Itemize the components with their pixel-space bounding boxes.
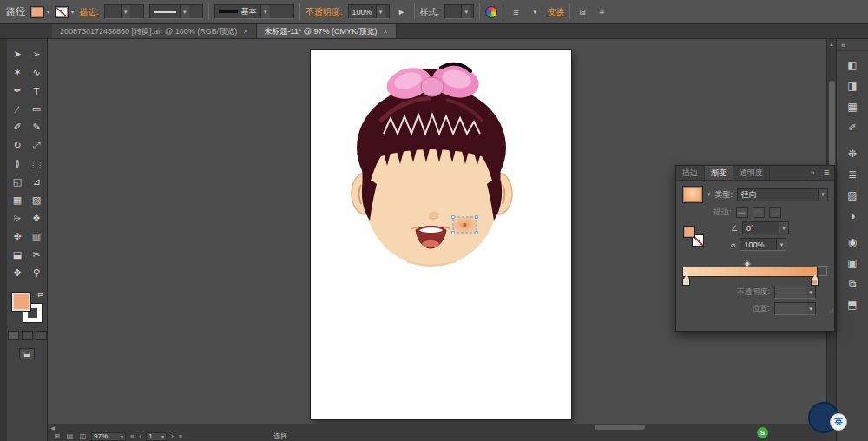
gradient-stop-start[interactable]	[682, 278, 690, 286]
status-icon-2[interactable]: ▤	[65, 432, 75, 440]
expand-panels-button[interactable]: «	[837, 39, 868, 51]
draw-behind-button[interactable]	[22, 331, 33, 340]
panel-resize-grip[interactable]	[829, 307, 833, 314]
opacity-combo[interactable]: 100%	[348, 4, 390, 19]
scroll-left-icon[interactable]: ◀	[48, 424, 57, 431]
magic-wand-tool[interactable]: ✶	[8, 63, 27, 82]
style-combo[interactable]	[444, 4, 474, 19]
tab-gradient[interactable]: 渐变	[705, 166, 733, 180]
tab-stroke[interactable]: 描边	[676, 166, 705, 180]
close-tab-icon[interactable]: ×	[243, 27, 247, 36]
status-icon-3[interactable]: ◫	[78, 432, 88, 440]
column-graph-tool[interactable]: ▥	[27, 227, 46, 246]
brush-definition-combo[interactable]: 基本	[214, 4, 294, 19]
type-tool[interactable]: T	[27, 82, 46, 100]
gradient-stop-end[interactable]	[811, 278, 819, 286]
gradient-angle-combo[interactable]: 0°	[742, 221, 789, 234]
selected-gradient-object[interactable]	[452, 216, 478, 234]
sogou-ime-badge[interactable]: S	[757, 427, 768, 438]
hand-tool[interactable]: ✥	[8, 264, 27, 282]
artboard-number-field[interactable]: 1	[146, 432, 167, 441]
ime-language-badge[interactable]: 英	[830, 413, 847, 431]
horizontal-scrollbar[interactable]: ◀ ▶	[48, 424, 826, 431]
document-tab-1[interactable]: 2008730172458860 [转换].ai* @ 100% (RGB/预览…	[52, 24, 257, 38]
width-tool[interactable]: ≬	[8, 155, 27, 173]
opacity-launcher-icon[interactable]: ▸	[395, 4, 409, 20]
fill-proxy-swatch[interactable]	[12, 293, 30, 311]
scale-tool[interactable]: ⤢	[27, 136, 46, 155]
align-icon[interactable]: ≡	[509, 4, 523, 20]
gradient-tool[interactable]: ▨	[27, 191, 46, 209]
document-tab-2[interactable]: 未标题-11* @ 97% (CMYK/预览) ×	[257, 24, 397, 38]
horizontal-scroll-thumb[interactable]	[595, 425, 645, 430]
gradient-swatch-caret-icon[interactable]: ▾	[707, 191, 711, 198]
rotate-tool[interactable]: ↻	[8, 136, 27, 155]
gradient-fill-stroke-proxy[interactable]	[683, 226, 704, 247]
gradient-across-stroke-button[interactable]: ◡	[769, 207, 781, 218]
graphic-styles-panel-icon[interactable]: ▣	[841, 253, 864, 273]
pen-tool[interactable]: ✒	[8, 82, 27, 100]
arrange-icon[interactable]: ⌗	[595, 4, 608, 20]
width-profile-combo[interactable]	[149, 4, 203, 19]
close-tab-icon[interactable]: ×	[384, 27, 388, 36]
gradient-ramp-bar[interactable]	[682, 267, 818, 277]
line-segment-tool[interactable]: ∕	[8, 100, 27, 118]
previous-artboard-button[interactable]: ‹	[138, 432, 142, 440]
fill-dropdown-caret-icon[interactable]: ▾	[47, 9, 49, 15]
status-icon-1[interactable]: ⊞	[52, 432, 62, 440]
delete-stop-icon[interactable]	[819, 268, 827, 276]
lasso-tool[interactable]: ∿	[27, 63, 46, 82]
next-artboard-button[interactable]: ›	[170, 432, 174, 440]
gradient-panel-header[interactable]: 描边 渐变 透明度 » ≣	[676, 166, 834, 181]
artboard[interactable]	[311, 50, 571, 419]
fill-color-swatch[interactable]	[30, 6, 44, 18]
recolor-artwork-icon[interactable]	[485, 6, 497, 18]
stroke-weight-combo[interactable]	[104, 4, 144, 19]
rectangle-tool[interactable]: ▭	[27, 100, 46, 118]
last-artboard-button[interactable]: »	[178, 432, 183, 440]
tab-transparency[interactable]: 透明度	[733, 166, 770, 180]
free-transform-tool[interactable]: ⬚	[27, 155, 46, 173]
pencil-tool[interactable]: ✎	[27, 118, 46, 136]
artboard-tool[interactable]: ⬓	[8, 246, 27, 264]
paintbrush-tool[interactable]: ✐	[8, 118, 27, 136]
symbol-sprayer-tool[interactable]: ❉	[8, 227, 27, 246]
blend-tool[interactable]: ❖	[27, 209, 46, 227]
isolate-mode-icon[interactable]: ⧈	[575, 4, 589, 20]
layers-panel-icon[interactable]: ⧉	[841, 273, 864, 294]
gradient-type-combo[interactable]: 径向	[737, 188, 828, 201]
scroll-up-icon[interactable]: ▲	[827, 39, 836, 49]
transform-panel-link[interactable]: 变换	[547, 6, 564, 18]
direct-selection-tool[interactable]: ➢	[27, 45, 46, 63]
zoom-level-combo[interactable]: 97%	[91, 432, 126, 441]
stroke-panel-icon[interactable]: ≣	[841, 164, 864, 185]
transparency-panel-icon[interactable]: ◑	[841, 206, 864, 227]
first-artboard-button[interactable]: «	[129, 432, 135, 440]
draw-inside-button[interactable]	[36, 331, 47, 340]
swatches-panel-icon[interactable]: ▦	[841, 96, 864, 117]
aspect-ratio-combo[interactable]: 100%	[740, 238, 786, 251]
swap-fill-stroke-icon[interactable]	[37, 291, 43, 299]
gradient-panel-icon[interactable]: ▨	[841, 185, 864, 206]
stroke-panel-link[interactable]: 描边:	[79, 6, 99, 18]
perspective-grid-tool[interactable]: ⊿	[27, 173, 46, 191]
align-caret-icon[interactable]: ▾	[528, 4, 542, 20]
stop-location-combo[interactable]	[774, 302, 816, 315]
opacity-panel-link[interactable]: 不透明度:	[306, 6, 343, 18]
stroke-dropdown-caret-icon[interactable]: ▾	[71, 9, 74, 15]
brushes-panel-icon[interactable]: ✐	[841, 117, 864, 138]
mesh-tool[interactable]: ▦	[8, 191, 27, 209]
selection-tool[interactable]: ➤	[8, 45, 27, 63]
draw-normal-button[interactable]	[8, 331, 19, 340]
collapse-panel-icon[interactable]: »	[806, 166, 819, 180]
gradient-within-stroke-button[interactable]: ▬	[736, 207, 748, 218]
appearance-panel-icon[interactable]: ◉	[841, 232, 864, 253]
color-guide-panel-icon[interactable]: ◨	[841, 76, 864, 96]
stop-opacity-combo[interactable]	[774, 286, 816, 299]
shape-builder-tool[interactable]: ◱	[8, 173, 27, 191]
color-panel-icon[interactable]: ◧	[841, 55, 864, 76]
proxy-fill-swatch[interactable]	[683, 226, 695, 238]
zoom-tool[interactable]: ⚲	[27, 264, 46, 282]
slice-tool[interactable]: ✂	[27, 246, 46, 264]
panel-menu-icon[interactable]: ≣	[819, 166, 834, 180]
